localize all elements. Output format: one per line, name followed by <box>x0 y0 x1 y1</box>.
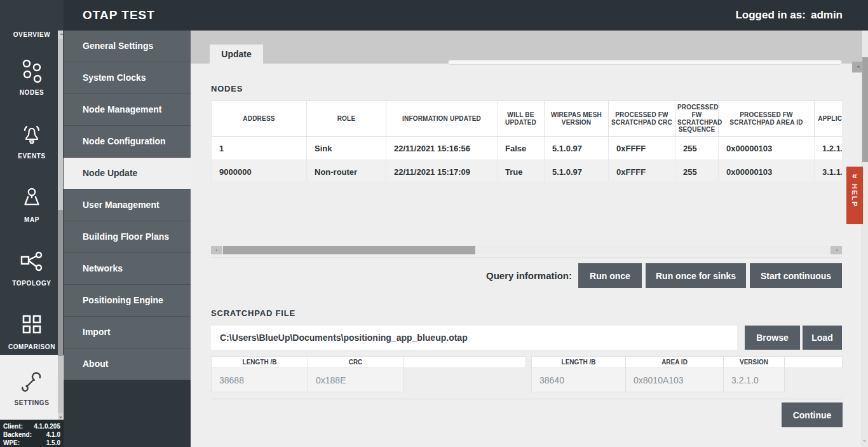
table-row[interactable]: 1 Sink 22/11/2021 15:16:56 False 5.1.0.9… <box>212 137 843 160</box>
menu-item-building-floor-plans[interactable]: Building Floor Plans <box>64 221 191 253</box>
local-file-table: LENGTH /B CRC 38688 0x188E <box>211 356 526 392</box>
stored-area-id-value: 0x8010A103 <box>626 368 724 392</box>
sidebar-item-label: NODES <box>0 89 64 96</box>
sidebar-item-topology[interactable]: TOPOLOGY <box>0 248 64 287</box>
cell-role: Non-router <box>307 160 386 181</box>
col-processed-fw-scratchpad-crc: PROCESSED FW SCRATCHPAD CRC <box>609 101 675 137</box>
local-length-value: 38688 <box>212 368 308 392</box>
sidebar-item-label: MAP <box>0 216 64 223</box>
app-window: OTAP TEST Logged in as:admin OVERVIEW NO… <box>0 0 868 447</box>
logged-in-status: Logged in as:admin <box>735 0 843 31</box>
hscroll-left-icon[interactable] <box>211 246 222 254</box>
client-version-label: Client: <box>3 422 23 430</box>
cell-address: 9000000 <box>212 160 307 181</box>
topology-icon <box>0 248 64 276</box>
menu-item-user-management[interactable]: User Management <box>64 189 191 221</box>
run-once-button[interactable]: Run once <box>578 263 642 288</box>
stored-version-value: 3.2.1.0 <box>724 368 785 392</box>
sidebar-item-label: COMPARISON <box>0 343 64 350</box>
tab-bar: Update <box>191 31 862 64</box>
menu-item-positioning-engine[interactable]: Positioning Engine <box>64 285 191 317</box>
sidebar-item-label: TOPOLOGY <box>0 280 64 287</box>
load-button[interactable]: Load <box>803 326 842 350</box>
nodes-icon <box>0 57 64 85</box>
query-information-label: Query information: <box>211 263 572 288</box>
content-scroll-up-icon[interactable] <box>852 62 863 72</box>
content-top-scrollbar[interactable] <box>448 60 842 65</box>
col-application-version: APPLICATION VERSION <box>815 101 843 137</box>
wpe-version-label: WPE: <box>3 439 20 447</box>
sidebar-item-overview[interactable]: OVERVIEW <box>0 27 64 38</box>
sidebar-scrollbar[interactable] <box>58 31 63 421</box>
page-vscrollbar-thumb[interactable] <box>862 57 868 162</box>
nodes-table: ADDRESS ROLE INFORMATION UPDATED WILL BE… <box>211 100 842 181</box>
wrench-icon <box>0 368 64 395</box>
table-row[interactable]: 9000000 Non-router 22/11/2021 15:17:09 T… <box>212 160 843 181</box>
sidebar-item-comparison[interactable]: COMPARISON <box>0 312 64 350</box>
menu-item-networks[interactable]: Networks <box>64 253 191 285</box>
sidebar-scroll-up-icon[interactable] <box>58 31 63 39</box>
sidebar-item-settings[interactable]: SETTINGS <box>0 368 64 406</box>
stored-length-value: 38640 <box>532 368 626 392</box>
sidebar-item-map[interactable]: MAP <box>0 184 64 223</box>
menu-item-import[interactable]: Import <box>64 317 191 348</box>
collapse-chevrons-icon: « <box>846 170 863 181</box>
start-continuous-button[interactable]: Start continuous <box>750 263 842 288</box>
nodes-table-container: ADDRESS ROLE INFORMATION UPDATED WILL BE… <box>211 100 842 181</box>
cell-scratchpad-crc: 0xFFFF <box>609 160 675 181</box>
menu-item-node-configuration[interactable]: Node Configuration <box>64 126 191 158</box>
local-col-empty <box>403 357 526 368</box>
sidebar-item-events[interactable]: EVENTS <box>0 121 64 160</box>
username: admin <box>811 9 843 21</box>
cell-mesh-version: 5.1.0.97 <box>545 160 609 181</box>
scratchpad-file-path-input[interactable] <box>211 326 737 350</box>
nodes-section-title: NODES <box>211 84 243 93</box>
continue-button[interactable]: Continue <box>782 402 843 427</box>
sidebar-item-nodes[interactable]: NODES <box>0 57 64 96</box>
cell-will-be-updated: False <box>498 137 545 160</box>
page-scroll-down-icon[interactable] <box>864 432 865 444</box>
stored-col-area-id: AREA ID <box>626 357 724 368</box>
backend-version-label: Backend: <box>3 430 32 439</box>
menu-item-about[interactable]: About <box>64 348 191 380</box>
help-tab[interactable]: « HELP <box>846 167 863 224</box>
left-nav: OVERVIEW NODES EVENTS <box>0 0 64 447</box>
wpe-version-value: 1.5.0 <box>46 439 60 447</box>
col-address: ADDRESS <box>212 101 307 137</box>
cell-scratchpad-area-id: 0x00000103 <box>719 160 815 181</box>
cell-scratchpad-crc: 0xFFFF <box>609 137 675 160</box>
cell-application-version: 3.1.1.0 <box>815 160 843 181</box>
cell-information-updated: 22/11/2021 15:16:56 <box>386 137 498 160</box>
cell-address: 1 <box>212 137 307 160</box>
page-vscrollbar[interactable] <box>862 31 868 447</box>
menu-item-general-settings[interactable]: General Settings <box>64 31 191 62</box>
cell-mesh-version: 5.1.0.97 <box>545 137 609 160</box>
sidebar-item-label: OVERVIEW <box>0 31 64 38</box>
col-wirepas-mesh-version: WIREPAS MESH VERSION <box>545 101 609 137</box>
menu-item-node-management[interactable]: Node Management <box>64 94 191 126</box>
bell-icon <box>0 121 64 149</box>
logged-in-label: Logged in as: <box>735 9 806 21</box>
hscroll-thumb[interactable] <box>223 246 475 254</box>
nodes-table-hscrollbar[interactable] <box>211 246 842 254</box>
hscroll-right-icon[interactable] <box>831 246 842 254</box>
backend-version-value: 4.1.0 <box>46 430 60 439</box>
map-pin-icon <box>0 184 64 212</box>
top-bar: OTAP TEST Logged in as:admin <box>64 0 868 31</box>
cell-scratchpad-area-id: 0x00000103 <box>719 137 815 160</box>
local-empty-cell <box>403 368 526 392</box>
cell-scratchpad-sequence: 255 <box>675 137 719 160</box>
tab-update[interactable]: Update <box>210 45 263 64</box>
table-header-row: ADDRESS ROLE INFORMATION UPDATED WILL BE… <box>212 101 843 137</box>
section-divider <box>211 399 842 399</box>
sidebar-scrollbar-thumb[interactable] <box>58 210 63 356</box>
sidebar-item-label: EVENTS <box>0 153 64 160</box>
col-will-be-updated: WILL BE UPDATED <box>498 101 545 137</box>
menu-item-system-clocks[interactable]: System Clocks <box>64 62 191 94</box>
stored-col-length: LENGTH /B <box>532 357 626 368</box>
menu-item-node-update[interactable]: Node Update <box>64 158 191 189</box>
local-col-crc: CRC <box>308 357 403 368</box>
browse-button[interactable]: Browse <box>745 326 800 350</box>
cell-will-be-updated: True <box>498 160 545 181</box>
run-once-for-sinks-button[interactable]: Run once for sinks <box>646 263 746 288</box>
